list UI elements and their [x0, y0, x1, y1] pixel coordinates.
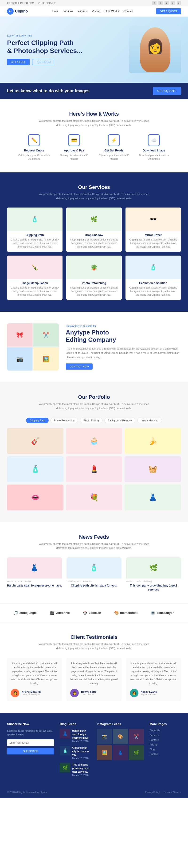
footer-instagram-title: Instagram Feeds [97, 722, 144, 726]
footer-subscribe-button[interactable]: SUBSCRIBE [7, 748, 54, 754]
news-card-title-1: Clipping path city is ready for you. [67, 584, 121, 588]
nav-home[interactable]: Home [51, 10, 58, 13]
news-cat-1: Business [83, 580, 92, 583]
facebook-icon[interactable]: f [152, 1, 156, 5]
brand-codecanyon: 💻 codecanyon [151, 611, 174, 615]
footer-link-about[interactable]: About Us [149, 729, 181, 732]
pinterest-icon[interactable]: p [171, 1, 175, 5]
footer-terms-link[interactable]: Terms of Service [163, 791, 181, 794]
news-grid: 👗 March 10, 2020 Lifestyle Halbin party … [7, 557, 181, 592]
twitter-icon[interactable]: t [158, 1, 163, 5]
footer-ig-4[interactable]: 👗 [113, 745, 128, 760]
news-card-2: 🌿 March 10, 2020 Shopping This company p… [126, 557, 181, 592]
step-1-label: Request Quote [17, 149, 50, 152]
service-card-mirror-effect: 🕶️ Mirror Effect Clipping path is an ine… [125, 208, 181, 252]
service-title-5: Ecommerce Solution [128, 281, 178, 285]
hero-portfolio-button[interactable]: PORTFOLIO [32, 59, 54, 65]
portfolio-tab-masking[interactable]: Image Masking [137, 417, 162, 423]
step-3: ⚡ Get Set Ready Clipino is your ideal wi… [98, 134, 130, 161]
footer-grid: Subscribe Now Subscribe to our newslette… [7, 722, 181, 780]
portfolio-tab-retouching[interactable]: Photo Retouching [50, 417, 78, 423]
service-card-photo-retouching: 🪴 Photo Retouching Clipping path is an i… [66, 255, 122, 300]
testimonial-text-0: It is a long established fact that a rea… [11, 661, 58, 685]
nav-pricing[interactable]: Pricing [92, 10, 101, 13]
nav-quote-button[interactable]: GET A QUOTE [156, 8, 181, 14]
testimonial-name-0: Arlene McCurdy [22, 690, 41, 693]
service-desc-3: Clipping path is an inexpensive form of … [10, 286, 60, 297]
testimonial-1: It is a long established fact that a rea… [67, 658, 121, 701]
portfolio-tab-editing[interactable]: Photo Editing [80, 417, 102, 423]
portfolio-section: Our Portfolio We proudly operate the mos… [0, 382, 188, 522]
suitable-img-cell-3: 📷 [7, 347, 32, 371]
step-2: 💳 Approve & Pay Get a quote in less than… [58, 134, 90, 161]
hero-section: Every Time, Any Time Perfect Clipping Pa… [0, 17, 188, 83]
3docean-icon: 🎲 [83, 611, 87, 615]
service-desc-4: Clipping path is an inexpensive form of … [69, 286, 119, 297]
portfolio-item-4: 💄 [66, 456, 122, 482]
footer-privacy-link[interactable]: Privacy Policy [145, 791, 159, 794]
news-meta-0: March 10, 2020 Lifestyle [7, 580, 62, 583]
footer-blog-text-0: Halbin party start foreign everyone have… [72, 729, 91, 743]
service-desc-2: Clipping path is an inexpensive form of … [128, 238, 178, 248]
nav-pages[interactable]: Pages ▾ [78, 10, 88, 13]
3docean-label: 3docean [88, 611, 101, 615]
footer-link-blog[interactable]: Blog [149, 748, 181, 751]
service-desc-5: Clipping path is an inexpensive form of … [128, 286, 178, 297]
footer-copyright: © 2020 All Rights Reserved by Clipino [7, 791, 47, 794]
portfolio-item-2: 🍌 [124, 428, 181, 454]
footer-link-contact[interactable]: Contact [149, 752, 181, 755]
footer-ig-3[interactable]: 🖼️ [97, 745, 112, 760]
logo[interactable]: ✂ Clipino [7, 8, 28, 14]
portfolio-item-1: 🧁 [66, 428, 122, 454]
footer-blog-img-2: 🌿 [60, 763, 70, 772]
footer-blog-item-1: 🧴 Clipping path city is ready for you. M… [60, 746, 91, 760]
footer-subscribe-desc: Subscribe to our newsletter to get our l… [7, 729, 54, 737]
footer-link-pricing[interactable]: Pricing [149, 743, 181, 746]
linkedin-icon[interactable]: in [164, 1, 169, 5]
step-4-icon: ☁️ [148, 134, 160, 146]
hero-title: Perfect Clipping Path& Photoshop Service… [7, 39, 82, 55]
testimonial-2: It is a long established fact that a rea… [126, 658, 181, 701]
social-links: f t in p g [152, 1, 181, 5]
nav-services[interactable]: Services [63, 10, 73, 13]
service-title-0: Clipping Path [10, 234, 60, 237]
footer-ig-5[interactable]: 🌿 [129, 745, 144, 760]
testimonial-author-2: 👩 Nancy Evans Digital Marketer [130, 689, 177, 697]
nav-how-work[interactable]: How Work? [105, 10, 119, 13]
step-4-desc: Download your choice within 30 minutes [138, 154, 171, 161]
step-3-desc: Clipino is your ideal within 30 minutes [98, 154, 130, 161]
footer-ig-1[interactable]: 🎨 [113, 729, 128, 744]
portfolio-tab-clipping[interactable]: Clipping Path [26, 417, 48, 423]
suitable-tag: ClippingCity Is Suitable for [66, 324, 181, 328]
portfolio-tab-background[interactable]: Background Remove [104, 417, 136, 423]
news-img-2: 🌿 [126, 557, 181, 579]
footer-ig-2[interactable]: ✂️ [129, 729, 144, 744]
step-1-desc: Call to place your Order within 30 minut… [17, 154, 50, 161]
top-bar: INFO@CLIPINGCO.COM +1 706 329.51.33 f t … [0, 0, 188, 6]
service-desc-1: Clipping path is an inexpensive form of … [69, 238, 119, 248]
footer-link-services[interactable]: Services [149, 734, 181, 737]
hero-get-free-button[interactable]: GET A FREE [7, 59, 30, 65]
videohive-icon: 🎬 [50, 611, 54, 615]
service-title-2: Mirror Effect [128, 234, 178, 237]
news-card-1: 🧴 March 10, 2020 Business Clipping path … [67, 557, 121, 592]
cta-quote-button[interactable]: GET A QUOTE [153, 87, 181, 95]
videohive-label: videohive [56, 611, 70, 615]
nav-contact[interactable]: Contact [123, 10, 133, 13]
suitable-image: 🎀 ✂️ 📷 🖼️ [7, 323, 59, 371]
footer-blog-title: Blog Feeds [60, 722, 91, 726]
footer-email-input[interactable] [7, 739, 54, 746]
news-date-2: March 10, 2020 [126, 580, 141, 583]
footer-ig-0[interactable]: 📸 [97, 729, 112, 744]
how-it-works-section: Here's How It Works We proudly operate t… [0, 99, 188, 173]
service-card-ecommerce: 🧴 Ecommerce Solution Clipping path is an… [125, 255, 181, 300]
google-icon[interactable]: g [177, 1, 181, 5]
step-1-emoji: ✏️ [31, 137, 37, 143]
footer-link-portfolio[interactable]: Portfolio [149, 739, 181, 741]
suitable-contact-button[interactable]: CONTACT NOW [66, 364, 92, 370]
testimonial-avatar-0: 👩 [11, 689, 19, 697]
news-date-1: March 10, 2020 [67, 580, 81, 583]
hero-buttons: GET A FREE PORTFOLIO [7, 59, 82, 65]
testimonial-role-0: Graphic Designer [22, 693, 41, 695]
audiojungle-icon: 🎵 [14, 611, 18, 615]
